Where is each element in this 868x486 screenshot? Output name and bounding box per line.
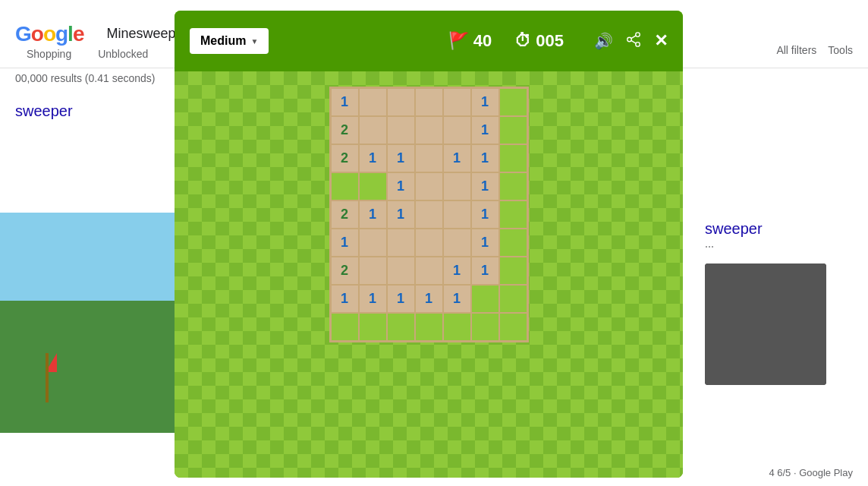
result-card-image (0, 213, 175, 433)
table-row[interactable]: 1 (443, 285, 471, 313)
table-row[interactable]: 1 (415, 285, 443, 313)
game-modal: Medium ▼ 🚩 40 ⏱ 005 🔊 (175, 11, 683, 478)
table-row[interactable]: 1 (471, 257, 499, 285)
table-row[interactable]: 1 (387, 172, 415, 200)
table-row[interactable] (387, 116, 415, 144)
table-row[interactable]: 1 (331, 88, 359, 116)
table-row[interactable] (499, 116, 527, 144)
all-filters-label[interactable]: All filters (776, 44, 816, 56)
table-row[interactable]: 1 (471, 144, 499, 172)
table-row[interactable]: 1 (471, 172, 499, 200)
table-row[interactable] (499, 229, 527, 257)
table-row[interactable] (499, 313, 527, 341)
table-row[interactable] (415, 88, 443, 116)
table-row[interactable] (443, 88, 471, 116)
table-row[interactable] (415, 200, 443, 229)
table-row[interactable] (499, 257, 527, 285)
table-row[interactable] (331, 313, 359, 341)
table-row[interactable]: 1 (359, 285, 387, 313)
table-row[interactable] (359, 229, 387, 257)
table-row[interactable]: 1 (331, 285, 359, 313)
table-row[interactable] (359, 313, 387, 341)
table-row[interactable]: 1 (359, 144, 387, 172)
svg-point-0 (636, 32, 640, 36)
close-icon[interactable]: ✕ (654, 31, 668, 51)
table-row[interactable] (471, 313, 499, 341)
table-row[interactable] (415, 144, 443, 172)
difficulty-button[interactable]: Medium ▼ (190, 28, 269, 54)
more-options-icon[interactable]: ⋯ (705, 241, 714, 252)
table-row[interactable] (415, 229, 443, 257)
right-panel: sweeper ⋯ (693, 213, 868, 393)
tools-label[interactable]: Tools (828, 44, 853, 56)
mine-grid[interactable]: 1 1 2 1 2 1 1 1 1 1 (329, 87, 529, 342)
rating-bar: 4 6/5 · Google Play (769, 467, 853, 478)
tab-shopping[interactable]: Shopping (15, 42, 83, 68)
table-row[interactable]: 1 (359, 200, 387, 229)
difficulty-label: Medium (200, 34, 246, 48)
dropdown-arrow-icon: ▼ (250, 37, 258, 46)
right-result-title: sweeper (693, 213, 868, 241)
table-row[interactable] (443, 200, 471, 229)
table-row[interactable] (387, 229, 415, 257)
tab-unblocked[interactable]: Unblocked (86, 42, 159, 68)
table-row[interactable] (359, 116, 387, 144)
table-row[interactable]: 2 (331, 116, 359, 144)
table-row[interactable] (415, 172, 443, 200)
results-info: 00,000 results (0.41 seconds) (15, 72, 155, 84)
svg-point-1 (627, 37, 632, 42)
table-row[interactable]: 2 (331, 144, 359, 172)
table-row[interactable] (359, 257, 387, 285)
flag-count-value: 40 (473, 31, 492, 51)
table-row[interactable]: 1 (443, 257, 471, 285)
table-row[interactable] (415, 257, 443, 285)
table-row[interactable] (443, 116, 471, 144)
table-row[interactable] (387, 313, 415, 341)
volume-icon[interactable]: 🔊 (594, 32, 613, 50)
table-row[interactable]: 1 (387, 144, 415, 172)
table-row[interactable]: 1 (443, 144, 471, 172)
table-row[interactable]: 1 (387, 285, 415, 313)
table-row[interactable]: 1 (471, 116, 499, 144)
table-row[interactable] (443, 229, 471, 257)
table-row[interactable] (331, 172, 359, 200)
table-row[interactable]: 1 (471, 229, 499, 257)
header-action-icons: 🔊 ✕ (594, 31, 668, 52)
timer-display: ⏱ 005 (514, 31, 564, 51)
timer-value: 005 (536, 31, 564, 51)
svg-point-2 (636, 42, 640, 46)
table-row[interactable] (415, 116, 443, 144)
share-icon[interactable] (625, 31, 642, 52)
table-row[interactable] (359, 172, 387, 200)
table-row[interactable] (387, 88, 415, 116)
svg-line-4 (631, 35, 636, 38)
table-row[interactable] (499, 200, 527, 229)
flag-icon: 🚩 (448, 31, 469, 51)
right-tools: All filters Tools (776, 44, 853, 56)
table-row[interactable] (387, 257, 415, 285)
table-row[interactable] (499, 88, 527, 116)
left-panel: sweeper (0, 91, 175, 135)
table-row[interactable]: 1 (471, 200, 499, 229)
table-row[interactable] (499, 172, 527, 200)
game-header: Medium ▼ 🚩 40 ⏱ 005 🔊 (175, 11, 683, 71)
game-board-area: 1 1 2 1 2 1 1 1 1 1 (175, 71, 683, 478)
table-row[interactable] (499, 144, 527, 172)
table-row[interactable] (415, 313, 443, 341)
table-row[interactable] (443, 172, 471, 200)
table-row[interactable] (359, 88, 387, 116)
table-row[interactable] (471, 285, 499, 313)
table-row[interactable]: 2 (331, 200, 359, 229)
table-row[interactable]: 1 (331, 229, 359, 257)
left-result-title: sweeper (15, 103, 159, 120)
table-row[interactable]: 2 (331, 257, 359, 285)
timer-icon: ⏱ (514, 31, 531, 51)
table-row[interactable] (443, 313, 471, 341)
flag-counter: 🚩 40 (448, 31, 492, 51)
table-row[interactable]: 1 (387, 200, 415, 229)
table-row[interactable] (499, 285, 527, 313)
table-row[interactable]: 1 (471, 88, 499, 116)
right-result-image (705, 264, 826, 385)
left-result-card (0, 213, 175, 433)
svg-line-3 (631, 40, 636, 43)
